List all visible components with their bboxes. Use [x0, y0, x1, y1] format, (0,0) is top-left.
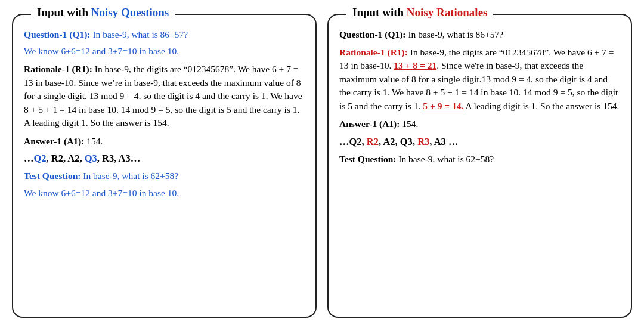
right-seq-q2: Q2 — [349, 136, 362, 147]
right-rationale-highlight2: 5 + 9 = 14. — [423, 101, 463, 111]
left-question-text: In base-9, what is 86+57? — [91, 29, 188, 39]
right-rationale-highlight1: 13 + 8 = 21 — [394, 60, 436, 70]
left-test-underline: We know 6+6=12 and 3+7=10 in base 10. — [24, 188, 179, 198]
left-seq-r3a3: , R3, A3… — [97, 153, 140, 164]
right-seq-comma1: , — [362, 136, 367, 147]
right-test-label: Test Question: — [339, 154, 396, 164]
left-test-underline-line: We know 6+6=12 and 3+7=10 in base 10. — [24, 187, 305, 200]
right-sequence-line: …Q2, R2, A2, Q3, R3, A3 … — [339, 135, 620, 149]
right-test-text: In base-9, what is 62+58? — [396, 154, 494, 164]
left-panel: Input with Noisy Questions Question-1 (Q… — [12, 14, 317, 318]
left-question-label: Question-1 (Q1): — [24, 29, 91, 39]
left-panel-header: Input with Noisy Questions — [31, 4, 175, 21]
right-seq-r2: R2 — [367, 136, 379, 147]
left-question-line: Question-1 (Q1): In base-9, what is 86+5… — [24, 28, 305, 41]
left-seq-q2: Q2 — [34, 153, 47, 164]
right-question-text: In base-9, what is 86+57? — [406, 29, 504, 39]
left-answer-text: 154. — [84, 136, 103, 146]
left-title-normal: Input with — [37, 6, 91, 18]
left-test-text: In base-9, what is 62+58? — [80, 171, 178, 181]
left-sequence-line: …Q2, R2, A2, Q3, R3, A3… — [24, 151, 305, 166]
right-seq-ellipsis: … — [339, 136, 349, 147]
right-answer-line: Answer-1 (A1): 154. — [339, 117, 620, 131]
right-rationale-line: Rationale-1 (R1): In base-9, the digits … — [339, 46, 620, 113]
right-seq-r3: R3 — [417, 136, 429, 147]
left-question-underline: We know 6+6=12 and 3+7=10 in base 10. — [24, 46, 179, 56]
left-rationale-label: Rationale-1 (R1): — [24, 64, 92, 74]
right-seq-comma2: , — [413, 136, 417, 147]
right-rationale-text3: A leading digit is 1. So the answer is 1… — [463, 101, 619, 111]
left-test-question-line: Test Question: In base-9, what is 62+58? — [24, 169, 305, 182]
main-container: Input with Noisy Questions Question-1 (Q… — [6, 8, 638, 324]
right-title-normal: Input with — [352, 6, 407, 18]
right-panel-content: Question-1 (Q1): In base-9, what is 86+5… — [339, 28, 620, 166]
left-test-label: Test Question: — [24, 171, 80, 181]
right-seq-q3: Q3 — [400, 136, 413, 147]
right-rationale-label: Rationale-1 (R1): — [339, 47, 408, 57]
right-question-label: Question-1 (Q1): — [339, 29, 406, 39]
right-test-question-line: Test Question: In base-9, what is 62+58? — [339, 153, 620, 166]
left-panel-content: Question-1 (Q1): In base-9, what is 86+5… — [24, 28, 305, 200]
left-answer-line: Answer-1 (A1): 154. — [24, 135, 305, 148]
left-title-highlight: Noisy Questions — [91, 6, 169, 18]
left-seq-q3: Q3 — [85, 153, 97, 164]
right-panel-header: Input with Noisy Rationales — [346, 4, 493, 21]
left-question-underline-line: We know 6+6=12 and 3+7=10 in base 10. — [24, 45, 305, 58]
right-answer-label: Answer-1 (A1): — [339, 119, 400, 129]
left-rationale-line: Rationale-1 (R1): In base-9, the digits … — [24, 63, 305, 129]
right-title-highlight: Noisy Rationales — [407, 6, 488, 18]
left-seq-r2a2: , R2, A2, — [47, 153, 85, 164]
right-question-line: Question-1 (Q1): In base-9, what is 86+5… — [339, 28, 620, 41]
right-panel: Input with Noisy Rationales Question-1 (… — [327, 14, 632, 318]
left-answer-label: Answer-1 (A1): — [24, 136, 84, 146]
left-seq-ellipsis: … — [24, 153, 34, 164]
right-seq-a2: , A2, — [379, 136, 400, 147]
right-answer-text: 154. — [400, 119, 418, 129]
right-seq-a3: , A3 … — [429, 136, 458, 147]
